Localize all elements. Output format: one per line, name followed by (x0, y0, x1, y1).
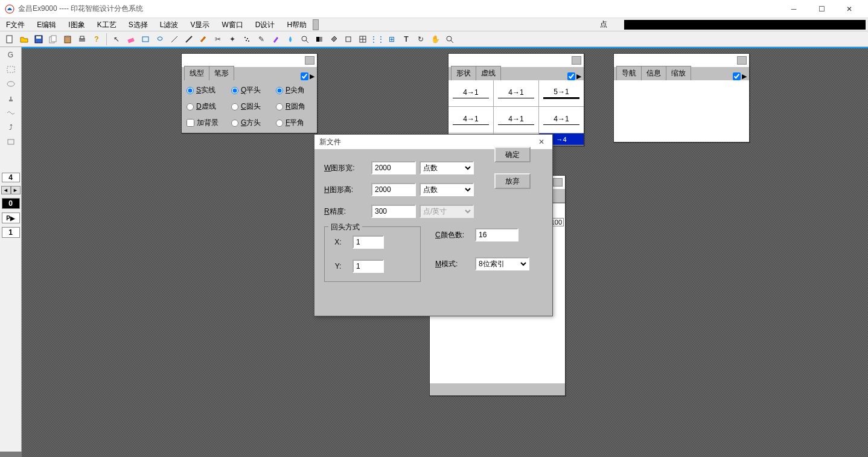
zoom-icon[interactable] (299, 33, 311, 45)
pointer-icon[interactable]: ↖ (110, 33, 123, 45)
tab-zoom[interactable]: 缩放 (666, 66, 691, 80)
droplet-icon[interactable] (284, 33, 296, 45)
y-input[interactable] (353, 260, 384, 273)
marquee-dash-icon[interactable] (4, 64, 18, 75)
new-file-icon[interactable] (4, 33, 16, 45)
left-scroll[interactable]: ◄► (1, 186, 21, 194)
menu-file[interactable]: F文件 (0, 18, 31, 31)
tab-penshape[interactable]: 笔形 (209, 66, 234, 80)
x-input[interactable] (353, 235, 384, 249)
lasso-icon[interactable] (154, 33, 166, 45)
stamp-icon[interactable] (4, 93, 18, 104)
radio-round[interactable] (231, 103, 238, 110)
wave-icon[interactable] (4, 107, 18, 118)
mesh-icon[interactable]: ⊞ (386, 33, 398, 45)
eraser-icon[interactable] (125, 33, 137, 45)
radio-flat[interactable] (231, 87, 238, 94)
menu-view[interactable]: V显示 (184, 18, 215, 31)
shape-cell[interactable]: 4→1 (448, 80, 494, 106)
close-button[interactable]: ✕ (835, 0, 863, 18)
panel-linetype-check[interactable] (301, 72, 308, 80)
width-input[interactable] (371, 161, 416, 174)
radio-solid[interactable] (187, 87, 194, 94)
tab-linetype[interactable]: 线型 (184, 66, 209, 80)
swatch-mid[interactable]: P▶ (2, 213, 20, 223)
brush-icon[interactable] (197, 33, 209, 45)
shape-cell[interactable]: 4→1 (539, 107, 584, 133)
panel-shape-title[interactable] (448, 54, 584, 67)
tab-info[interactable]: 信息 (641, 66, 666, 80)
cancel-button[interactable]: 放弃 (494, 173, 531, 189)
pen-icon[interactable] (183, 33, 195, 45)
menu-craft[interactable]: K工艺 (91, 18, 123, 31)
search-icon[interactable] (444, 33, 456, 45)
panel-lower-close-icon[interactable] (553, 178, 563, 187)
arrow-up-icon[interactable]: ⤴ (4, 122, 18, 133)
shape-cell[interactable]: 4→1 (448, 107, 494, 133)
spray-icon[interactable] (241, 33, 253, 45)
dpi-input[interactable] (371, 205, 416, 218)
paste-icon[interactable] (62, 33, 74, 45)
left-tool-g[interactable]: G (4, 50, 18, 60)
panel-close-icon[interactable] (305, 56, 314, 65)
menu-help[interactable]: H帮助 (281, 18, 313, 31)
copy-icon[interactable] (47, 33, 59, 45)
panel-shape-close-icon[interactable] (572, 56, 581, 65)
grid-icon[interactable] (357, 33, 369, 45)
menu-edit[interactable]: E编辑 (31, 18, 62, 31)
save-icon[interactable] (33, 33, 45, 45)
radio-sharp[interactable] (276, 87, 283, 94)
hand-icon[interactable]: ✋ (429, 33, 441, 45)
box-icon[interactable] (4, 136, 18, 147)
panel-nav-check[interactable] (733, 72, 741, 80)
shape-cell[interactable]: 4→1 (494, 80, 539, 106)
pencil-icon[interactable]: ✎ (255, 33, 267, 45)
height-input[interactable] (371, 183, 416, 196)
radio-dashed[interactable] (187, 103, 194, 110)
ok-button[interactable]: 确定 (494, 147, 531, 162)
height-unit-select[interactable]: 点数 (420, 183, 474, 196)
radio-flatcorner[interactable] (276, 120, 283, 127)
swatch-1[interactable]: 1 (2, 227, 20, 238)
menu-select[interactable]: S选择 (123, 18, 154, 31)
rect-icon[interactable] (139, 33, 152, 45)
colors-input[interactable] (475, 228, 519, 241)
panel-nav-arrow-icon[interactable]: ▶ (742, 72, 747, 80)
text-icon[interactable]: T (400, 33, 412, 45)
menu-filter[interactable]: L滤波 (154, 18, 185, 31)
panel-shape-check[interactable] (567, 72, 575, 80)
tab-nav[interactable]: 导航 (616, 66, 642, 80)
check-bg[interactable] (187, 119, 194, 127)
menubar-handle[interactable] (313, 19, 319, 30)
print-icon[interactable] (76, 33, 88, 45)
dialog-close-icon[interactable]: ✕ (535, 138, 547, 146)
rotate-icon[interactable]: ↻ (415, 33, 427, 45)
menu-image[interactable]: I图象 (62, 18, 91, 31)
wand-icon[interactable]: ✦ (226, 33, 238, 45)
panel-arrow-icon[interactable]: ▶ (310, 72, 314, 80)
maximize-button[interactable]: ☐ (808, 0, 835, 18)
crop-icon[interactable] (342, 33, 354, 45)
open-file-icon[interactable] (18, 33, 30, 45)
pattern-icon[interactable]: ⋮⋮ (371, 33, 383, 45)
panel-nav-close-icon[interactable] (737, 56, 747, 65)
line-icon[interactable] (168, 33, 180, 45)
bucket-icon[interactable] (328, 33, 340, 45)
help-icon[interactable]: ? (91, 33, 103, 45)
ellipse-icon[interactable] (4, 78, 18, 89)
scissors-icon[interactable]: ✂ (212, 33, 224, 45)
minimize-button[interactable]: ─ (780, 0, 808, 18)
radio-roundcorner[interactable] (276, 103, 283, 110)
width-unit-select[interactable]: 点数 (420, 161, 474, 174)
panel-shape-arrow-icon[interactable]: ▶ (576, 72, 581, 80)
tab-shape[interactable]: 形状 (451, 66, 476, 80)
panel-linetype-title[interactable] (182, 54, 317, 67)
radio-square[interactable] (231, 120, 238, 127)
panel-nav-title[interactable] (614, 54, 749, 67)
shape-cell[interactable]: 5→1 (539, 80, 584, 106)
menu-window[interactable]: W窗口 (215, 18, 249, 31)
gradient-icon[interactable] (313, 33, 325, 45)
shape-cell[interactable]: 4→1 (494, 107, 539, 133)
paintbrush-icon[interactable] (270, 33, 282, 45)
mode-select[interactable]: 8位索引 (475, 257, 529, 270)
